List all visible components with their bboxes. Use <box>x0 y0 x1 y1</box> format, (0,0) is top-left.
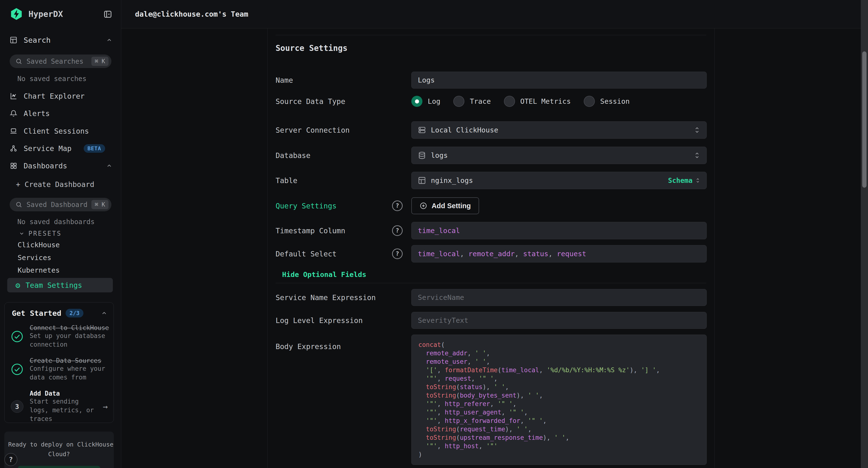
scrollbar-track[interactable] <box>861 0 868 468</box>
sidebar-item-client-sessions[interactable]: Client Sessions <box>10 125 112 137</box>
no-saved-dashboards-text: No saved dashboards <box>18 218 94 226</box>
get-started-step-2[interactable]: Create Data Sources Configure where your… <box>5 357 114 382</box>
service-name-placeholder: ServiceName <box>418 293 464 301</box>
step-title: Create Data Sources <box>30 357 108 364</box>
beta-badge: BETA <box>84 144 105 153</box>
server-connection-row: Server Connection Local ClickHouse <box>276 121 707 139</box>
hide-optional-fields-link[interactable]: Hide Optional Fields <box>282 270 366 279</box>
source-data-type-radios: Log Trace OTEL Metrics Session <box>411 94 629 109</box>
get-started-step-1[interactable]: Connect to ClickHouse Set up your databa… <box>5 324 114 349</box>
get-started-step-3[interactable]: 3 Add Data Start sending logs, metrics, … <box>5 390 114 423</box>
add-setting-button[interactable]: Add Setting <box>411 197 479 214</box>
server-icon <box>418 126 426 134</box>
database-row: Database logs <box>276 147 707 164</box>
promo-text-line1: Ready to deploy on ClickHouse <box>8 440 110 449</box>
name-row: Name Logs <box>276 71 707 89</box>
radio-otel-metrics[interactable]: OTEL Metrics <box>504 96 571 107</box>
query-settings-label: Query Settings <box>276 197 337 214</box>
body-expression-editor[interactable]: concat( remote_addr, ' ', remote_user, '… <box>411 334 707 465</box>
bell-icon <box>10 110 18 117</box>
search-icon <box>16 58 22 65</box>
presets-group-header[interactable]: PRESETS <box>19 230 62 237</box>
service-name-input[interactable]: ServiceName <box>411 289 707 306</box>
timestamp-column-row: Timestamp Column ? time_local <box>276 222 707 239</box>
sidebar-item-search[interactable]: Search <box>10 34 112 46</box>
schema-dropdown[interactable]: Schema <box>668 177 700 184</box>
log-level-label: Log Level Expression <box>276 312 363 329</box>
radio-trace[interactable]: Trace <box>453 96 491 107</box>
timestamp-column-label: Timestamp Column <box>276 222 345 239</box>
arrow-right-icon[interactable]: → <box>103 402 108 411</box>
get-started-free-button[interactable]: Get Started for Free <box>18 466 100 468</box>
service-map-icon <box>10 145 18 152</box>
log-level-input[interactable]: SeverityText <box>411 312 707 329</box>
create-dashboard-button[interactable]: + Create Dashboard <box>16 180 94 188</box>
help-button[interactable]: ? <box>4 453 18 466</box>
chevron-up-icon[interactable] <box>101 310 107 316</box>
logo[interactable]: HyperDX <box>10 7 112 21</box>
sidebar-item-alerts[interactable]: Alerts <box>10 108 112 119</box>
saved-searches-input[interactable]: Saved Searches ⌘ K <box>10 55 112 68</box>
radio-dot <box>411 96 423 107</box>
dashboards-grid-icon <box>10 162 18 170</box>
chevron-up-icon[interactable] <box>106 163 112 169</box>
plus-circle-icon <box>420 202 427 210</box>
sidebar-item-chart-explorer[interactable]: Chart Explorer <box>10 90 112 102</box>
get-started-header[interactable]: Get Started 2/3 <box>5 302 114 324</box>
table-select[interactable]: nginx_logs Schema <box>411 172 707 189</box>
clickhouse-cloud-promo: Ready to deploy on ClickHouse Cloud? Get… <box>4 432 114 468</box>
sidebar-item-service-map[interactable]: Service Map BETA <box>10 143 112 154</box>
service-name-label: Service Name Expression <box>276 289 376 306</box>
chart-icon <box>10 92 18 100</box>
database-label: Database <box>276 147 311 164</box>
optional-fields-divider <box>276 283 706 283</box>
source-data-type-row: Source Data Type Log Trace OTEL Metrics … <box>276 94 707 109</box>
search-icon <box>16 201 22 208</box>
source-data-type-label: Source Data Type <box>276 94 345 109</box>
server-connection-label: Server Connection <box>276 121 350 139</box>
help-circle-icon[interactable]: ? <box>392 225 403 236</box>
saved-dashboards-input[interactable]: Saved Dashboards ⌘ K <box>10 198 112 211</box>
chevron-down-icon <box>19 231 25 236</box>
help-circle-icon[interactable]: ? <box>392 248 403 259</box>
log-level-row: Log Level Expression SeverityText <box>276 312 707 329</box>
table-icon <box>418 176 426 184</box>
saved-searches-placeholder: Saved Searches <box>27 57 87 65</box>
scrollbar-thumb[interactable] <box>862 51 867 188</box>
step-description: Start sending logs, metrics, or traces <box>30 397 97 423</box>
name-label: Name <box>276 71 293 89</box>
step-title: Connect to ClickHouse <box>30 324 108 331</box>
database-select[interactable]: logs <box>411 147 707 164</box>
preset-services[interactable]: Services <box>18 254 51 262</box>
radio-dot <box>504 96 515 107</box>
preset-clickhouse[interactable]: ClickHouse <box>18 241 60 249</box>
body-expression-label: Body Expression <box>276 338 341 355</box>
help-circle-icon[interactable]: ? <box>392 201 403 211</box>
topbar: dale@clickhouse.com's Team <box>121 0 868 28</box>
table-label: Table <box>276 172 297 189</box>
timestamp-column-input[interactable]: time_local <box>411 222 707 239</box>
get-started-card: Get Started 2/3 Connect to ClickHouse Se… <box>4 302 114 423</box>
chevron-up-icon[interactable] <box>106 37 112 43</box>
sidebar-collapse-icon[interactable] <box>103 10 112 19</box>
table-row: Table nginx_logs Schema <box>276 172 707 189</box>
check-circle-icon <box>11 330 23 343</box>
radio-dot <box>453 96 464 107</box>
name-input[interactable]: Logs <box>411 71 707 89</box>
preset-kubernetes[interactable]: Kubernetes <box>18 266 60 274</box>
radio-log[interactable]: Log <box>411 96 440 107</box>
kbd-shortcut: ⌘ K <box>91 57 108 66</box>
radio-session[interactable]: Session <box>584 96 629 107</box>
source-settings-panel: Source Settings Name Logs Source Data Ty… <box>268 28 715 468</box>
default-select-input[interactable]: time_local, remote_addr, status, request <box>411 245 707 262</box>
select-chevrons-icon <box>694 126 700 134</box>
default-select-label: Default Select <box>276 245 337 262</box>
sidebar-item-dashboards[interactable]: Dashboards <box>10 160 112 172</box>
sidebar-item-team-settings[interactable]: ⚙ Team Settings <box>7 278 113 292</box>
sidebar: HyperDX Search Saved Searches <box>0 0 121 468</box>
no-saved-searches-text: No saved searches <box>18 75 87 83</box>
radio-dot <box>584 96 595 107</box>
default-select-row: Default Select ? time_local, remote_addr… <box>276 245 707 262</box>
server-connection-select[interactable]: Local ClickHouse <box>411 121 707 139</box>
kbd-shortcut: ⌘ K <box>91 200 108 209</box>
